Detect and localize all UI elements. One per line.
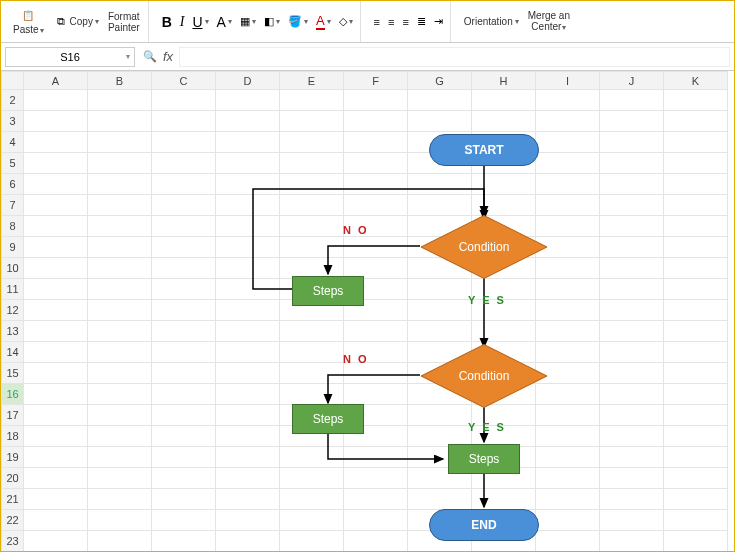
cell-D15[interactable] — [216, 363, 280, 384]
row-header-2[interactable]: 2 — [2, 90, 24, 111]
cell-J11[interactable] — [600, 279, 664, 300]
cell-E21[interactable] — [280, 489, 344, 510]
cell-E2[interactable] — [280, 90, 344, 111]
cell-D16[interactable] — [216, 384, 280, 405]
row-header-5[interactable]: 5 — [2, 153, 24, 174]
cell-J17[interactable] — [600, 405, 664, 426]
copy-button[interactable]: ⧉ Copy▾ — [50, 12, 102, 32]
cell-J6[interactable] — [600, 174, 664, 195]
cell-E13[interactable] — [280, 321, 344, 342]
cell-A21[interactable] — [24, 489, 88, 510]
cell-F7[interactable] — [344, 195, 408, 216]
cell-B14[interactable] — [88, 342, 152, 363]
cell-F20[interactable] — [344, 468, 408, 489]
cell-C11[interactable] — [152, 279, 216, 300]
cell-F9[interactable] — [344, 237, 408, 258]
cell-J18[interactable] — [600, 426, 664, 447]
cell-B9[interactable] — [88, 237, 152, 258]
cell-D4[interactable] — [216, 132, 280, 153]
cell-K6[interactable] — [664, 174, 728, 195]
cell-A7[interactable] — [24, 195, 88, 216]
cell-F3[interactable] — [344, 111, 408, 132]
cell-I11[interactable] — [536, 279, 600, 300]
row-header-9[interactable]: 9 — [2, 237, 24, 258]
cell-K17[interactable] — [664, 405, 728, 426]
cell-A8[interactable] — [24, 216, 88, 237]
cell-D14[interactable] — [216, 342, 280, 363]
merge-center-button[interactable]: Merge an Center▾ — [524, 8, 574, 35]
cell-J2[interactable] — [600, 90, 664, 111]
cell-D13[interactable] — [216, 321, 280, 342]
cell-C2[interactable] — [152, 90, 216, 111]
borders-button[interactable]: ▦▾ — [237, 13, 259, 30]
col-header-J[interactable]: J — [600, 72, 664, 90]
cell-C21[interactable] — [152, 489, 216, 510]
cell-D18[interactable] — [216, 426, 280, 447]
cell-D3[interactable] — [216, 111, 280, 132]
cell-F23[interactable] — [344, 531, 408, 552]
cell-F5[interactable] — [344, 153, 408, 174]
cell-A12[interactable] — [24, 300, 88, 321]
cell-I22[interactable] — [536, 510, 600, 531]
cell-B16[interactable] — [88, 384, 152, 405]
cell-D17[interactable] — [216, 405, 280, 426]
col-header-F[interactable]: F — [344, 72, 408, 90]
cell-I3[interactable] — [536, 111, 600, 132]
cell-A14[interactable] — [24, 342, 88, 363]
cell-J12[interactable] — [600, 300, 664, 321]
cell-J9[interactable] — [600, 237, 664, 258]
cell-I21[interactable] — [536, 489, 600, 510]
cell-A17[interactable] — [24, 405, 88, 426]
cell-D22[interactable] — [216, 510, 280, 531]
flowchart-steps-2[interactable]: Steps — [292, 404, 364, 434]
cell-B22[interactable] — [88, 510, 152, 531]
cell-C10[interactable] — [152, 258, 216, 279]
cell-D6[interactable] — [216, 174, 280, 195]
col-header-H[interactable]: H — [472, 72, 536, 90]
cell-H17[interactable] — [472, 405, 536, 426]
cell-D7[interactable] — [216, 195, 280, 216]
row-header-11[interactable]: 11 — [2, 279, 24, 300]
fill-effect-button[interactable]: ◧▾ — [261, 13, 283, 30]
italic-button[interactable]: I — [177, 12, 188, 32]
cell-K9[interactable] — [664, 237, 728, 258]
cell-J20[interactable] — [600, 468, 664, 489]
cell-C8[interactable] — [152, 216, 216, 237]
cell-D2[interactable] — [216, 90, 280, 111]
cell-F22[interactable] — [344, 510, 408, 531]
cell-G12[interactable] — [408, 300, 472, 321]
spreadsheet-grid[interactable]: ABCDEFGHIJK23456789101112131415161718192… — [1, 71, 734, 551]
cell-D11[interactable] — [216, 279, 280, 300]
cell-J4[interactable] — [600, 132, 664, 153]
cell-D20[interactable] — [216, 468, 280, 489]
cell-K20[interactable] — [664, 468, 728, 489]
cell-J23[interactable] — [600, 531, 664, 552]
cell-E4[interactable] — [280, 132, 344, 153]
cell-K21[interactable] — [664, 489, 728, 510]
row-header-16[interactable]: 16 — [2, 384, 24, 405]
cell-E5[interactable] — [280, 153, 344, 174]
font-outline-button[interactable]: A▾ — [214, 12, 235, 32]
cell-F14[interactable] — [344, 342, 408, 363]
cell-K14[interactable] — [664, 342, 728, 363]
cell-B13[interactable] — [88, 321, 152, 342]
cell-A16[interactable] — [24, 384, 88, 405]
cell-C4[interactable] — [152, 132, 216, 153]
cell-C13[interactable] — [152, 321, 216, 342]
flowchart-condition-1[interactable]: Condition — [420, 219, 548, 275]
cell-G21[interactable] — [408, 489, 472, 510]
cell-F8[interactable] — [344, 216, 408, 237]
cell-D19[interactable] — [216, 447, 280, 468]
cell-K4[interactable] — [664, 132, 728, 153]
col-header-G[interactable]: G — [408, 72, 472, 90]
cell-E23[interactable] — [280, 531, 344, 552]
row-header-14[interactable]: 14 — [2, 342, 24, 363]
cell-I19[interactable] — [536, 447, 600, 468]
cell-I12[interactable] — [536, 300, 600, 321]
row-header-20[interactable]: 20 — [2, 468, 24, 489]
cell-B19[interactable] — [88, 447, 152, 468]
row-header-4[interactable]: 4 — [2, 132, 24, 153]
paste-button[interactable]: 📋 Paste▾ — [9, 6, 48, 38]
cell-H12[interactable] — [472, 300, 536, 321]
row-header-21[interactable]: 21 — [2, 489, 24, 510]
